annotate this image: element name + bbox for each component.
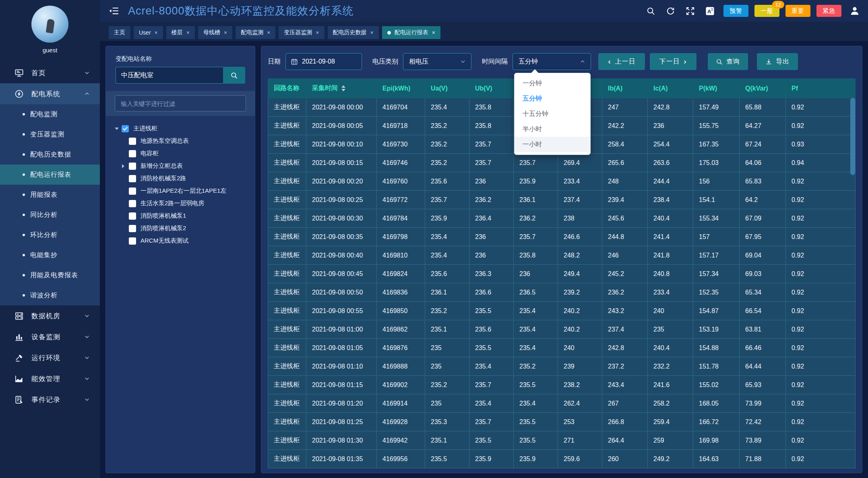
table-row[interactable]: 主进线柜2021-09-08 00:154169746235.2235.7235… (268, 154, 856, 172)
query-button[interactable]: 查询 (708, 53, 748, 70)
sidebar-item-event[interactable]: 事件记录 (0, 389, 100, 410)
tree-filter-input[interactable] (115, 95, 246, 111)
dropdown-option[interactable]: 十五分钟 (515, 106, 590, 122)
checkbox-unchecked[interactable] (129, 225, 136, 232)
table-row[interactable]: 主进线柜2021-09-08 01:204169914235235.4235.4… (268, 394, 856, 413)
tree-root-row[interactable]: 主进线柜 (115, 122, 250, 135)
tab[interactable]: 楼层 × (166, 26, 195, 39)
column-header[interactable]: 采集时间 (306, 79, 377, 98)
checkbox-unchecked[interactable] (129, 237, 136, 245)
caret-down-icon[interactable] (115, 128, 119, 130)
dropdown-option[interactable]: 五分钟 (515, 91, 590, 106)
alert-button[interactable]: 重要 (785, 5, 810, 17)
user-icon[interactable] (849, 6, 860, 16)
table-row[interactable]: 主进线柜2021-09-08 00:454169824235.6236.3236… (268, 265, 856, 283)
fullscreen-icon[interactable] (686, 6, 695, 16)
menu-collapse-icon[interactable] (109, 6, 119, 16)
tab[interactable]: 主页 (109, 26, 130, 39)
station-search-input[interactable] (116, 67, 223, 84)
table-row[interactable]: 主进线柜2021-09-08 00:254169772235.7236.2236… (268, 191, 856, 209)
sidebar-item-device[interactable]: 设备监测 (0, 326, 100, 347)
table-row[interactable]: 主进线柜2021-09-08 00:404169810235.4236235.8… (268, 246, 856, 265)
checkbox-unchecked[interactable] (129, 187, 136, 195)
refresh-icon[interactable] (666, 6, 675, 16)
sidebar-item-server[interactable]: 数据机房 (0, 305, 100, 326)
table-row[interactable]: 主进线柜2021-09-08 01:154169902235.2235.7235… (268, 376, 856, 394)
vertical-scrollbar[interactable] (850, 98, 855, 175)
tree-row[interactable]: 消防喷淋机械泵1 (115, 210, 250, 222)
prev-day-button[interactable]: ‹ 上一日 (598, 53, 645, 70)
tab[interactable]: 配电运行报表 × (382, 26, 440, 39)
sidebar-item-energy[interactable]: 能效管理 (0, 368, 100, 389)
avatar[interactable] (31, 6, 68, 43)
dropdown-option[interactable]: 一分钟 (515, 76, 590, 91)
export-button[interactable]: 导出 (757, 53, 798, 70)
checkbox-unchecked[interactable] (129, 138, 136, 145)
tab-close-icon[interactable]: × (267, 30, 270, 35)
tab[interactable]: 变压器监测 × (279, 26, 324, 39)
checkbox-unchecked[interactable] (129, 150, 136, 157)
tab-close-icon[interactable]: × (370, 30, 374, 35)
checkbox-unchecked[interactable] (129, 163, 136, 170)
table-row[interactable]: 主进线柜2021-09-08 00:304169784235.9236.4236… (268, 209, 856, 228)
sidebar-subitem[interactable]: 配电监测 (0, 104, 100, 124)
tree-row[interactable]: 电容柜 (115, 147, 250, 160)
tree-row[interactable]: 一层南1APE2右一层北1APE1左 (115, 185, 250, 197)
table-row[interactable]: 主进线柜2021-09-08 00:354169798235.4236235.7… (268, 228, 856, 246)
tab-close-icon[interactable]: × (155, 30, 158, 35)
tab-close-icon[interactable]: × (432, 30, 435, 35)
checkbox-unchecked[interactable] (129, 175, 136, 182)
tab[interactable]: 母线槽 × (198, 26, 232, 39)
next-day-button[interactable]: 下一日 › (650, 53, 696, 70)
table-row[interactable]: 主进线柜2021-09-08 01:104169888235235.4235.2… (268, 357, 856, 376)
table-row[interactable]: 主进线柜2021-09-08 01:004169862235.1235.6235… (268, 320, 856, 339)
tree-row[interactable]: 新增分立柜总表 (115, 160, 250, 172)
time-interval-select[interactable]: 五分钟 (513, 53, 591, 70)
tree-row[interactable]: 消防栓机械泵2路 (115, 172, 250, 185)
sidebar-subitem[interactable]: 配电历史数据 (0, 144, 100, 165)
sidebar-item-monitor[interactable]: 首页 (0, 62, 100, 83)
sidebar-item-environment[interactable]: 运行环境 (0, 347, 100, 368)
alert-button[interactable]: 预警 (723, 5, 748, 17)
sidebar-subitem[interactable]: 变压器监测 (0, 124, 100, 144)
date-input[interactable] (302, 58, 358, 65)
sort-icon[interactable] (341, 85, 345, 91)
caret-right-icon[interactable] (122, 164, 124, 168)
table-row[interactable]: 主进线柜2021-09-08 01:254169928235.3235.7235… (268, 413, 856, 431)
sidebar-subitem[interactable]: 配电运行报表 (0, 165, 100, 185)
sidebar-item-power[interactable]: 配电系统 (0, 83, 100, 104)
sidebar-subitem[interactable]: 环比分析 (0, 225, 100, 245)
alert-button[interactable]: 紧急 (816, 5, 841, 17)
sidebar-subitem[interactable]: 用能报表 (0, 185, 100, 205)
table-row[interactable]: 主进线柜2021-09-08 01:304169942235.1235.5235… (268, 431, 856, 450)
tree-row[interactable]: ARCM无线表测试 (115, 235, 250, 247)
tree-row[interactable]: 消防喷淋机械泵2 (115, 222, 250, 235)
sidebar-subitem[interactable]: 用能及电费报表 (0, 265, 100, 285)
checkbox-unchecked[interactable] (129, 200, 136, 207)
sidebar-subitem[interactable]: 谐波分析 (0, 285, 100, 305)
checkbox-checked[interactable] (122, 125, 129, 132)
table-row[interactable]: 主进线柜2021-09-08 01:354169956235.5235.9235… (268, 450, 856, 468)
sidebar-subitem[interactable]: 同比分析 (0, 205, 100, 225)
date-picker[interactable] (285, 53, 362, 70)
tab[interactable]: 配电历史数据 × (328, 26, 379, 39)
tree-row[interactable]: 生活水泵2路一层弱电房 (115, 197, 250, 210)
voltage-type-select[interactable]: 相电压 (403, 53, 471, 70)
table-row[interactable]: 主进线柜2021-09-08 00:204169760235.6236235.9… (268, 172, 856, 191)
tab[interactable]: 配电监测 × (236, 26, 275, 39)
table-row[interactable]: 主进线柜2021-09-08 00:504169836236.1236.6236… (268, 283, 856, 302)
translate-icon[interactable] (705, 6, 715, 16)
tab-close-icon[interactable]: × (186, 30, 190, 35)
table-row[interactable]: 主进线柜2021-09-08 00:554169850235.2235.5235… (268, 302, 856, 320)
sidebar-subitem[interactable]: 电能集抄 (0, 245, 100, 265)
checkbox-unchecked[interactable] (129, 212, 136, 220)
tree-row[interactable]: 地源热泵空调总表 (115, 135, 250, 147)
tab-close-icon[interactable]: × (316, 30, 319, 35)
dropdown-option[interactable]: 一小时 (515, 137, 590, 152)
search-icon[interactable] (646, 6, 655, 16)
table-row[interactable]: 主进线柜2021-09-08 01:054169876235235.5235.4… (268, 339, 856, 357)
station-search-button[interactable] (223, 67, 245, 84)
tab[interactable]: User × (134, 26, 163, 39)
dropdown-option[interactable]: 半小时 (515, 122, 590, 137)
tab-close-icon[interactable]: × (224, 30, 227, 35)
